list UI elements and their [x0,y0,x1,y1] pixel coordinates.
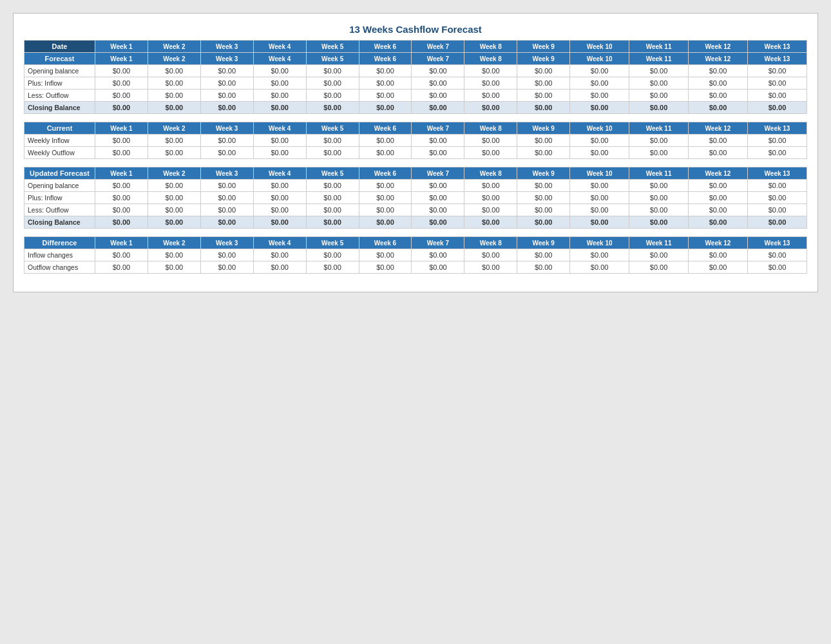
updated-forecast-table: Updated Forecast Week 1 Week 2 Week 3 We… [24,167,807,229]
closing-balance-row: Closing Balance $0.00$0.00$0.00$0.00$0.0… [24,102,807,114]
week12-header: Week 12 [689,41,748,53]
week11-header: Week 11 [629,41,689,53]
week6-header: Week 6 [359,41,412,53]
difference-label: Difference [24,237,95,249]
week2-header: Week 2 [148,41,200,53]
table-row: Inflow changes $0.00$0.00$0.00$0.00$0.00… [24,249,807,261]
table-row: Weekly Outflow $0.00$0.00$0.00$0.00$0.00… [24,147,807,159]
week4-header: Week 4 [253,41,306,53]
week8-header: Week 8 [464,41,517,53]
week3-header: Week 3 [200,41,253,53]
table-row: Plus: Inflow $0.00$0.00$0.00$0.00$0.00$0… [24,192,807,204]
table-row: Weekly Inflow $0.00$0.00$0.00$0.00$0.00$… [24,135,807,147]
main-container: 13 Weeks Cashflow Forecast Date Week 1 W… [13,13,818,292]
week1-header: Week 1 [95,41,148,53]
table-row: Opening balance $0.00$0.00$0.00$0.00$0.0… [24,180,807,192]
date-header: Date [24,41,95,53]
week7-header: Week 7 [412,41,464,53]
week10-header: Week 10 [570,41,629,53]
table-row: Less: Outflow $0.00$0.00$0.00$0.00$0.00$… [24,204,807,216]
closing-balance-row: Closing Balance $0.00$0.00$0.00$0.00$0.0… [24,216,807,229]
forecast-label: Forecast [24,53,95,65]
table-row: Less: Outflow $0.00$0.00$0.00$0.00$0.00$… [24,90,807,102]
current-table: Current Week 1 Week 2 Week 3 Week 4 Week… [24,122,807,159]
page-title: 13 Weeks Cashflow Forecast [24,24,807,35]
current-label: Current [24,122,95,135]
updated-forecast-label: Updated Forecast [24,167,95,180]
table-row: Outflow changes $0.00$0.00$0.00$0.00$0.0… [24,261,807,274]
week9-header: Week 9 [517,41,570,53]
table-row: Plus: Inflow $0.00$0.00$0.00$0.00$0.00$0… [24,77,807,90]
table-row: Opening balance $0.00$0.00$0.00$0.00$0.0… [24,65,807,77]
week5-header: Week 5 [306,41,359,53]
forecast-table: Date Week 1 Week 2 Week 3 Week 4 Week 5 … [24,40,807,114]
week13-header: Week 13 [747,41,807,53]
difference-table: Difference Week 1 Week 2 Week 3 Week 4 W… [24,236,807,274]
